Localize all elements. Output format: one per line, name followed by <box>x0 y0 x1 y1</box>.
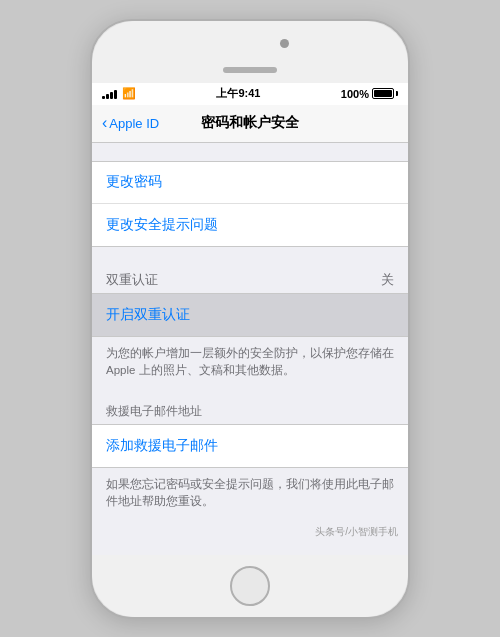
signal-bars <box>102 89 117 99</box>
gap-3 <box>92 387 408 397</box>
phone-screen: 📶 上午9:41 100% ‹ Apple ID 密码和帐户安全 <box>92 83 408 555</box>
phone-top-bar <box>92 21 408 83</box>
front-camera <box>280 39 289 48</box>
change-password-item[interactable]: 更改密码 <box>92 162 408 204</box>
rescue-email-header-text: 救援电子邮件地址 <box>106 404 202 418</box>
signal-bar-3 <box>110 92 113 99</box>
rescue-email-header: 救援电子邮件地址 <box>92 397 408 424</box>
status-left: 📶 <box>102 87 136 100</box>
watermark: 头条号/小智测手机 <box>92 519 408 539</box>
phone-bottom-bar <box>92 555 408 617</box>
two-factor-header-value: 关 <box>381 271 394 289</box>
battery-box <box>372 88 398 99</box>
add-rescue-email-label: 添加救援电子邮件 <box>106 437 218 455</box>
nav-bar: ‹ Apple ID 密码和帐户安全 <box>92 105 408 143</box>
password-section: 更改密码 更改安全提示问题 <box>92 161 408 247</box>
rescue-email-section: 添加救援电子邮件 <box>92 424 408 468</box>
two-factor-description: 为您的帐户增加一层额外的安全防护，以保护您存储在 Apple 上的照片、文稿和其… <box>92 337 408 388</box>
gap-1 <box>92 143 408 161</box>
rescue-email-description-text: 如果您忘记密码或安全提示问题，我们将使用此电子邮件地址帮助您重设。 <box>106 478 394 507</box>
status-bar: 📶 上午9:41 100% <box>92 83 408 105</box>
phone-frame: 📶 上午9:41 100% ‹ Apple ID 密码和帐户安全 <box>90 19 410 619</box>
rescue-email-description: 如果您忘记密码或安全提示问题，我们将使用此电子邮件地址帮助您重设。 <box>92 468 408 519</box>
wifi-icon: 📶 <box>122 87 136 100</box>
phone-speaker <box>223 67 277 73</box>
status-time: 上午9:41 <box>216 86 260 101</box>
back-button[interactable]: ‹ Apple ID <box>102 114 159 132</box>
battery-pct: 100% <box>341 88 369 100</box>
screen-content: 更改密码 更改安全提示问题 双重认证 关 开启双重认证 为您的帐户增加一层 <box>92 143 408 555</box>
battery-tip <box>396 91 398 96</box>
signal-bar-2 <box>106 94 109 99</box>
add-rescue-email-item[interactable]: 添加救援电子邮件 <box>92 425 408 467</box>
back-label: Apple ID <box>109 116 159 131</box>
enable-two-factor-item[interactable]: 开启双重认证 <box>92 294 408 336</box>
battery-fill <box>374 90 392 97</box>
battery-outline <box>372 88 394 99</box>
back-chevron-icon: ‹ <box>102 114 107 132</box>
signal-bar-4 <box>114 90 117 99</box>
enable-two-factor-label: 开启双重认证 <box>106 306 190 324</box>
nav-title: 密码和帐户安全 <box>201 114 299 132</box>
signal-bar-1 <box>102 96 105 99</box>
home-button[interactable] <box>230 566 270 606</box>
gap-2 <box>92 247 408 265</box>
change-security-question-item[interactable]: 更改安全提示问题 <box>92 204 408 246</box>
two-factor-description-text: 为您的帐户增加一层额外的安全防护，以保护您存储在 Apple 上的照片、文稿和其… <box>106 347 394 376</box>
two-factor-header: 双重认证 关 <box>92 265 408 293</box>
two-factor-header-title: 双重认证 <box>106 271 158 289</box>
two-factor-section: 开启双重认证 <box>92 293 408 337</box>
status-right: 100% <box>341 88 398 100</box>
change-password-label: 更改密码 <box>106 173 162 191</box>
change-security-question-label: 更改安全提示问题 <box>106 216 218 234</box>
